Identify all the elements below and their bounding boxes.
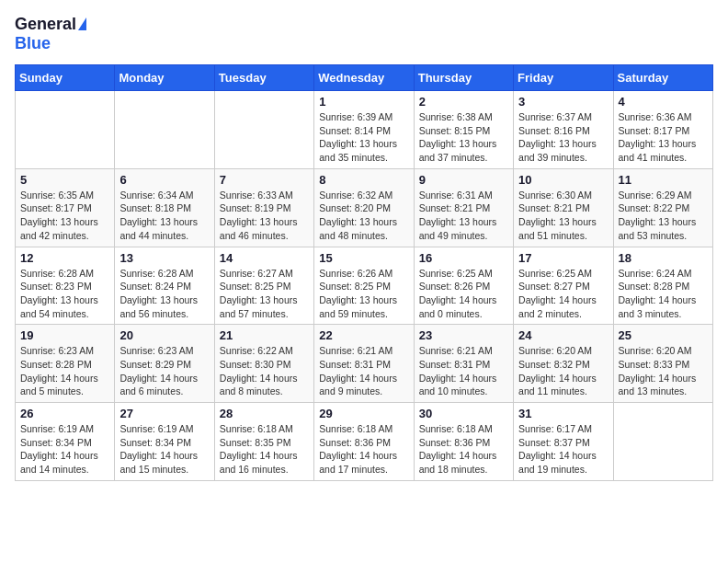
day-number: 16 xyxy=(419,251,508,265)
day-number: 11 xyxy=(619,173,708,187)
weekday-header-monday: Monday xyxy=(115,65,214,91)
day-info: Sunrise: 6:25 AM Sunset: 8:26 PM Dayligh… xyxy=(419,267,508,321)
calendar-cell: 20Sunrise: 6:23 AM Sunset: 8:29 PM Dayli… xyxy=(115,325,214,403)
logo-general-text: General xyxy=(15,15,76,34)
day-info: Sunrise: 6:39 AM Sunset: 8:14 PM Dayligh… xyxy=(319,110,408,165)
calendar-cell: 13Sunrise: 6:28 AM Sunset: 8:24 PM Dayli… xyxy=(115,247,214,325)
calendar-cell xyxy=(115,91,214,169)
calendar-cell: 5Sunrise: 6:35 AM Sunset: 8:17 PM Daylig… xyxy=(16,168,115,247)
calendar-cell xyxy=(214,91,313,169)
day-info: Sunrise: 6:26 AM Sunset: 8:25 PM Dayligh… xyxy=(319,267,408,321)
calendar-header-row: SundayMondayTuesdayWednesdayThursdayFrid… xyxy=(16,65,713,91)
day-info: Sunrise: 6:31 AM Sunset: 8:21 PM Dayligh… xyxy=(419,189,508,243)
day-number: 17 xyxy=(518,251,608,265)
calendar-cell: 17Sunrise: 6:25 AM Sunset: 8:27 PM Dayli… xyxy=(514,247,613,325)
weekday-header-tuesday: Tuesday xyxy=(214,65,313,91)
calendar-cell: 27Sunrise: 6:19 AM Sunset: 8:34 PM Dayli… xyxy=(115,403,214,481)
calendar-cell: 22Sunrise: 6:21 AM Sunset: 8:31 PM Dayli… xyxy=(314,325,414,403)
day-number: 7 xyxy=(220,173,309,187)
day-number: 27 xyxy=(119,407,209,420)
day-info: Sunrise: 6:38 AM Sunset: 8:15 PM Dayligh… xyxy=(419,110,508,165)
day-number: 20 xyxy=(119,328,209,342)
calendar-cell: 19Sunrise: 6:23 AM Sunset: 8:28 PM Dayli… xyxy=(16,325,115,403)
calendar-week-5: 26Sunrise: 6:19 AM Sunset: 8:34 PM Dayli… xyxy=(16,403,713,481)
day-info: Sunrise: 6:18 AM Sunset: 8:36 PM Dayligh… xyxy=(419,422,508,477)
logo: General Blue xyxy=(15,15,88,53)
day-info: Sunrise: 6:17 AM Sunset: 8:37 PM Dayligh… xyxy=(518,422,608,477)
calendar-cell: 15Sunrise: 6:26 AM Sunset: 8:25 PM Dayli… xyxy=(314,247,414,325)
day-info: Sunrise: 6:18 AM Sunset: 8:36 PM Dayligh… xyxy=(319,422,408,477)
day-info: Sunrise: 6:20 AM Sunset: 8:32 PM Dayligh… xyxy=(518,344,608,398)
day-info: Sunrise: 6:32 AM Sunset: 8:20 PM Dayligh… xyxy=(319,189,408,243)
calendar-cell: 2Sunrise: 6:38 AM Sunset: 8:15 PM Daylig… xyxy=(414,91,513,169)
day-info: Sunrise: 6:37 AM Sunset: 8:16 PM Dayligh… xyxy=(518,110,608,165)
day-number: 18 xyxy=(619,251,708,265)
weekday-header-saturday: Saturday xyxy=(613,65,712,91)
calendar-cell: 16Sunrise: 6:25 AM Sunset: 8:26 PM Dayli… xyxy=(414,247,513,325)
day-number: 30 xyxy=(419,407,508,420)
calendar-week-1: 1Sunrise: 6:39 AM Sunset: 8:14 PM Daylig… xyxy=(16,91,713,169)
calendar-week-4: 19Sunrise: 6:23 AM Sunset: 8:28 PM Dayli… xyxy=(16,325,713,403)
calendar-cell: 25Sunrise: 6:20 AM Sunset: 8:33 PM Dayli… xyxy=(613,325,712,403)
day-number: 8 xyxy=(319,173,408,187)
day-info: Sunrise: 6:35 AM Sunset: 8:17 PM Dayligh… xyxy=(20,189,109,243)
calendar-cell: 8Sunrise: 6:32 AM Sunset: 8:20 PM Daylig… xyxy=(314,168,414,247)
day-info: Sunrise: 6:24 AM Sunset: 8:28 PM Dayligh… xyxy=(619,267,708,321)
day-info: Sunrise: 6:21 AM Sunset: 8:31 PM Dayligh… xyxy=(419,344,508,398)
day-number: 9 xyxy=(419,173,508,187)
day-number: 2 xyxy=(419,95,508,109)
day-info: Sunrise: 6:21 AM Sunset: 8:31 PM Dayligh… xyxy=(319,344,408,398)
calendar-week-2: 5Sunrise: 6:35 AM Sunset: 8:17 PM Daylig… xyxy=(16,168,713,247)
calendar-table: SundayMondayTuesdayWednesdayThursdayFrid… xyxy=(15,64,713,481)
calendar-cell: 3Sunrise: 6:37 AM Sunset: 8:16 PM Daylig… xyxy=(514,91,613,169)
calendar-cell: 12Sunrise: 6:28 AM Sunset: 8:23 PM Dayli… xyxy=(16,247,115,325)
logo-triangle-icon xyxy=(78,17,86,30)
day-number: 28 xyxy=(220,407,309,420)
logo-blue-text: Blue xyxy=(15,34,51,52)
day-number: 12 xyxy=(20,251,109,265)
calendar-cell: 31Sunrise: 6:17 AM Sunset: 8:37 PM Dayli… xyxy=(514,403,613,481)
calendar-cell: 28Sunrise: 6:18 AM Sunset: 8:35 PM Dayli… xyxy=(214,403,313,481)
day-info: Sunrise: 6:19 AM Sunset: 8:34 PM Dayligh… xyxy=(20,422,109,477)
calendar-cell: 23Sunrise: 6:21 AM Sunset: 8:31 PM Dayli… xyxy=(414,325,513,403)
day-info: Sunrise: 6:27 AM Sunset: 8:25 PM Dayligh… xyxy=(220,267,309,321)
day-number: 1 xyxy=(319,95,408,109)
calendar-cell: 24Sunrise: 6:20 AM Sunset: 8:32 PM Dayli… xyxy=(514,325,613,403)
day-info: Sunrise: 6:30 AM Sunset: 8:21 PM Dayligh… xyxy=(518,189,608,243)
day-number: 13 xyxy=(119,251,209,265)
calendar-week-3: 12Sunrise: 6:28 AM Sunset: 8:23 PM Dayli… xyxy=(16,247,713,325)
day-info: Sunrise: 6:28 AM Sunset: 8:23 PM Dayligh… xyxy=(20,267,109,321)
calendar-cell: 30Sunrise: 6:18 AM Sunset: 8:36 PM Dayli… xyxy=(414,403,513,481)
calendar-cell: 11Sunrise: 6:29 AM Sunset: 8:22 PM Dayli… xyxy=(613,168,712,247)
calendar-cell: 26Sunrise: 6:19 AM Sunset: 8:34 PM Dayli… xyxy=(16,403,115,481)
day-number: 4 xyxy=(619,95,708,109)
day-number: 19 xyxy=(20,328,109,342)
calendar-cell: 9Sunrise: 6:31 AM Sunset: 8:21 PM Daylig… xyxy=(414,168,513,247)
day-info: Sunrise: 6:23 AM Sunset: 8:28 PM Dayligh… xyxy=(20,344,109,398)
day-number: 25 xyxy=(619,328,708,342)
day-info: Sunrise: 6:25 AM Sunset: 8:27 PM Dayligh… xyxy=(518,267,608,321)
calendar-cell: 4Sunrise: 6:36 AM Sunset: 8:17 PM Daylig… xyxy=(613,91,712,169)
weekday-header-friday: Friday xyxy=(514,65,613,91)
day-number: 26 xyxy=(20,407,109,420)
day-number: 24 xyxy=(518,328,608,342)
day-number: 3 xyxy=(518,95,608,109)
calendar-cell: 6Sunrise: 6:34 AM Sunset: 8:18 PM Daylig… xyxy=(115,168,214,247)
day-info: Sunrise: 6:34 AM Sunset: 8:18 PM Dayligh… xyxy=(119,189,209,243)
weekday-header-thursday: Thursday xyxy=(414,65,513,91)
calendar-cell: 21Sunrise: 6:22 AM Sunset: 8:30 PM Dayli… xyxy=(214,325,313,403)
calendar-cell: 18Sunrise: 6:24 AM Sunset: 8:28 PM Dayli… xyxy=(613,247,712,325)
day-number: 6 xyxy=(119,173,209,187)
day-number: 23 xyxy=(419,328,508,342)
calendar-cell xyxy=(613,403,712,481)
day-number: 14 xyxy=(220,251,309,265)
weekday-header-wednesday: Wednesday xyxy=(314,65,414,91)
day-number: 21 xyxy=(220,328,309,342)
page-header: General Blue xyxy=(15,15,713,53)
day-info: Sunrise: 6:29 AM Sunset: 8:22 PM Dayligh… xyxy=(619,189,708,243)
day-number: 22 xyxy=(319,328,408,342)
day-info: Sunrise: 6:18 AM Sunset: 8:35 PM Dayligh… xyxy=(220,422,309,477)
day-info: Sunrise: 6:36 AM Sunset: 8:17 PM Dayligh… xyxy=(619,110,708,165)
calendar-cell: 10Sunrise: 6:30 AM Sunset: 8:21 PM Dayli… xyxy=(514,168,613,247)
day-info: Sunrise: 6:28 AM Sunset: 8:24 PM Dayligh… xyxy=(119,267,209,321)
